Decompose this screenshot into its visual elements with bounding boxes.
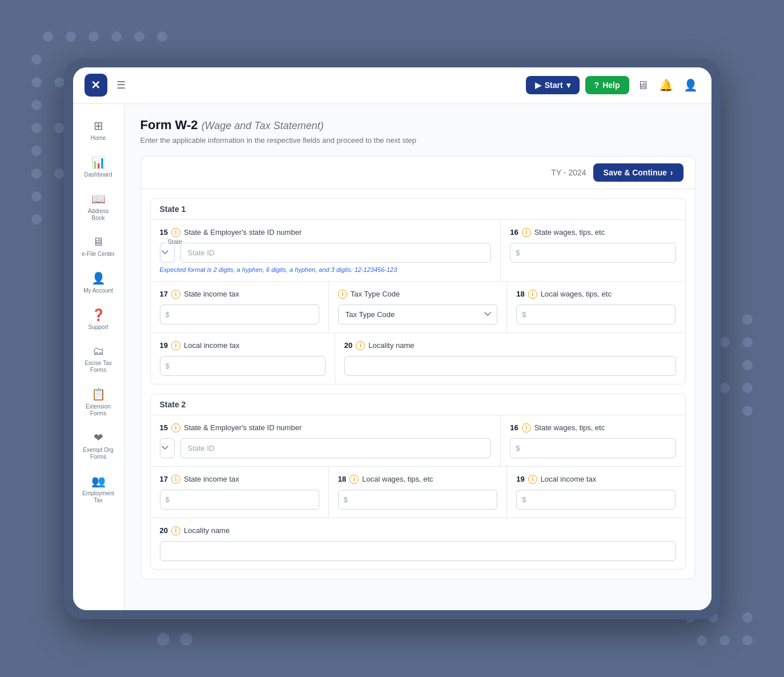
sidebar-item-extension-forms[interactable]: 📋 Extension Forms xyxy=(77,382,120,423)
state1-field18-cell: 18 i Local wages, tips, etc $ xyxy=(507,282,685,333)
info-icon: i xyxy=(522,423,531,432)
state1-title: State 1 xyxy=(151,199,685,220)
state2-field20-label: 20 i Locality name xyxy=(160,526,676,535)
info-icon: i xyxy=(528,475,537,484)
app-card: ✕ ☰ ▶ Start ▾ ? Help 🖥 🔔 👤 xyxy=(64,58,721,619)
address-book-icon: 📖 xyxy=(91,192,106,206)
state1-section: State 1 15 i State & Employer's state ID… xyxy=(150,198,686,384)
state1-field17-wrapper: $ xyxy=(160,305,319,325)
start-button[interactable]: ▶ Start ▾ xyxy=(526,76,580,94)
excise-tax-icon: 🗂 xyxy=(93,344,104,358)
page-title: Form W-2 (Wage and Tax Statement) xyxy=(140,118,695,133)
sidebar-item-home[interactable]: ⊞ Home xyxy=(77,113,120,147)
state1-field17-input[interactable] xyxy=(160,305,319,325)
sidebar-item-excise-tax[interactable]: 🗂 Excise Tax Forms xyxy=(77,339,120,379)
state1-field17-label: 17 i State income tax xyxy=(160,290,319,299)
info-icon: i xyxy=(528,290,537,299)
notification-button[interactable]: 🔔 xyxy=(657,76,676,94)
state2-field19-input[interactable] xyxy=(516,490,676,510)
state1-field20-input[interactable] xyxy=(344,356,676,376)
state2-field16-input[interactable] xyxy=(510,438,676,458)
sidebar-item-my-account[interactable]: 👤 My Account xyxy=(77,266,120,300)
state1-tax-type-select[interactable]: Tax Type Code xyxy=(338,305,497,325)
dollar-sign: $ xyxy=(522,495,526,504)
sidebar-item-exempt-org[interactable]: ❤ Exempt Org Forms xyxy=(77,425,120,466)
state2-state-select[interactable]: State xyxy=(160,438,175,458)
body-layout: ⊞ Home 📊 Dashboard 📖 Address Book 🖥 e-Fi… xyxy=(73,104,711,610)
state1-field20-label: 20 i Locality name xyxy=(344,341,676,350)
tax-year-label: TY - 2024 xyxy=(551,168,586,177)
help-button[interactable]: ? Help xyxy=(585,76,629,94)
state1-field19-input[interactable] xyxy=(160,356,325,376)
save-continue-button[interactable]: Save & Continue › xyxy=(593,163,684,182)
menu-toggle-icon[interactable]: ☰ xyxy=(116,79,126,91)
start-icon: ▶ xyxy=(535,81,541,90)
account-button[interactable]: 👤 xyxy=(681,76,700,94)
info-icon: i xyxy=(522,228,531,237)
state-float-label: State xyxy=(166,238,185,245)
state1-field19-cell: 19 i Local income tax $ xyxy=(151,333,335,384)
state1-row3: 19 i Local income tax $ xyxy=(151,333,685,384)
state1-state-select[interactable]: New Mexico (NM) xyxy=(160,243,175,263)
efile-icon: 🖥 xyxy=(93,235,104,249)
state2-field15-label: 15 i State & Employer's state ID number xyxy=(160,423,492,432)
sidebar-item-address-book[interactable]: 📖 Address Book xyxy=(77,186,120,227)
state1-field16-wrapper: $ xyxy=(510,243,676,263)
state2-field15-inputs: State xyxy=(160,438,492,458)
sidebar-item-label: Extension Forms xyxy=(81,403,115,417)
chevron-down-icon: ▾ xyxy=(566,81,570,90)
sidebar: ⊞ Home 📊 Dashboard 📖 Address Book 🖥 e-Fi… xyxy=(73,104,124,610)
info-icon: i xyxy=(356,341,365,350)
sidebar-item-label: Excise Tax Forms xyxy=(81,360,115,374)
state1-field17-cell: 17 i State income tax $ xyxy=(151,282,329,333)
state2-field18-input[interactable] xyxy=(338,490,497,510)
state2-state-id-input[interactable] xyxy=(180,438,492,458)
chevron-right-icon: › xyxy=(670,168,673,177)
state2-field18-cell: 18 i Local wages, tips, etc $ xyxy=(329,467,507,518)
state1-field18-wrapper: $ xyxy=(516,305,676,325)
sidebar-item-label: My Account xyxy=(83,287,113,294)
state2-field19-wrapper: $ xyxy=(516,490,676,510)
state2-row2: 17 i State income tax $ xyxy=(151,467,685,518)
state1-field15-inputs: State New Mexico (NM) xyxy=(160,243,492,263)
state2-field18-label: 18 i Local wages, tips, etc xyxy=(338,475,497,484)
employment-tax-icon: 👥 xyxy=(91,474,106,488)
state1-field20-cell: 20 i Locality name xyxy=(335,333,685,384)
topbar-actions: ▶ Start ▾ ? Help 🖥 🔔 👤 xyxy=(526,76,700,94)
state2-section: State 2 15 i State & Employer's state ID… xyxy=(150,394,686,570)
state2-field19-label: 19 i Local income tax xyxy=(516,475,676,484)
dollar-sign: $ xyxy=(522,310,526,319)
info-icon: i xyxy=(171,423,180,432)
sidebar-item-support[interactable]: ❓ Support xyxy=(77,302,120,337)
state1-row1: 15 i State & Employer's state ID number … xyxy=(151,220,685,282)
main-content: Form W-2 (Wage and Tax Statement) Enter … xyxy=(124,104,711,610)
state1-field16-input[interactable] xyxy=(510,243,676,263)
home-icon: ⊞ xyxy=(94,119,103,133)
state1-field15-label: 15 i State & Employer's state ID number xyxy=(160,228,492,237)
sidebar-item-dashboard[interactable]: 📊 Dashboard xyxy=(77,150,120,184)
sidebar-item-label: Support xyxy=(88,324,108,331)
app-inner: ✕ ☰ ▶ Start ▾ ? Help 🖥 🔔 👤 xyxy=(73,67,711,610)
sidebar-item-efile-center[interactable]: 🖥 e-File Center xyxy=(77,230,120,263)
support-icon: ❓ xyxy=(91,308,106,322)
state2-field16-label: 16 i State wages, tips, etc xyxy=(510,423,676,432)
state2-row1: 15 i State & Employer's state ID number … xyxy=(151,415,685,467)
page-subtitle: Enter the applicable information in the … xyxy=(140,136,695,145)
state1-state-id-input[interactable] xyxy=(180,243,492,263)
sidebar-item-label: Address Book xyxy=(81,208,115,222)
info-icon: i xyxy=(171,475,180,484)
monitor-button[interactable]: 🖥 xyxy=(635,77,651,94)
state2-field16-cell: 16 i State wages, tips, etc $ xyxy=(501,415,685,466)
info-icon: i xyxy=(171,228,180,237)
sidebar-item-label: e-File Center xyxy=(82,251,115,258)
dollar-sign: $ xyxy=(516,249,520,257)
sidebar-item-employment-tax[interactable]: 👥 Employment Tax xyxy=(77,468,120,510)
topbar: ✕ ☰ ▶ Start ▾ ? Help 🖥 🔔 👤 xyxy=(73,67,711,104)
state2-select-wrapper: State xyxy=(160,438,175,458)
state2-field15-cell: 15 i State & Employer's state ID number … xyxy=(151,415,501,466)
state2-field17-input[interactable] xyxy=(160,490,319,510)
state2-field16-wrapper: $ xyxy=(510,438,676,458)
state2-field20-input[interactable] xyxy=(160,541,676,561)
form-card-header: TY - 2024 Save & Continue › xyxy=(141,157,695,189)
state1-field18-input[interactable] xyxy=(516,305,676,325)
